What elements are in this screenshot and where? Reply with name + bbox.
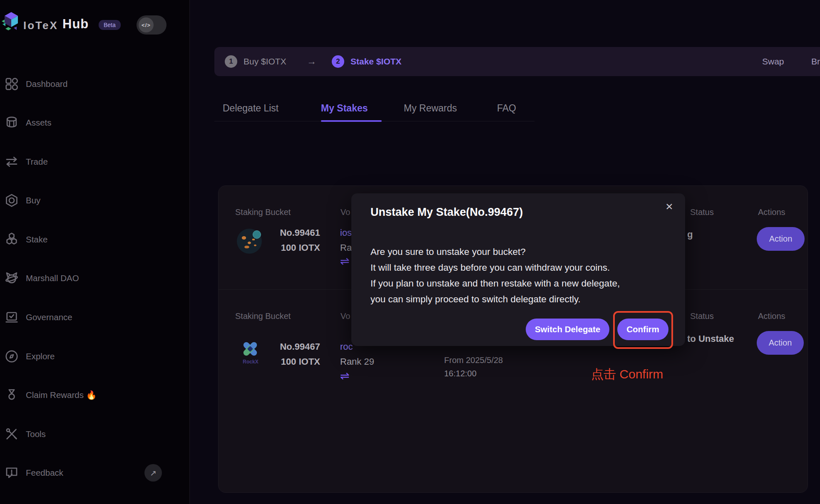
bucket-number: No.99461 [268, 227, 320, 238]
column-header-staking-bucket: Staking Bucket [235, 311, 291, 321]
modal-body-text: Are you sure to unstake your bucket? It … [370, 244, 670, 307]
tutorial-highlight-box [613, 311, 673, 349]
external-link-icon: ↗ [150, 468, 157, 478]
hexagon-cluster-icon [4, 232, 19, 247]
rockx-logo-icon [241, 340, 259, 358]
sidebar-item-marshall-dao[interactable]: Marshall DAO [0, 267, 190, 289]
sidebar-item-label: Tools [26, 429, 46, 439]
step-1-badge: 1 [225, 55, 237, 68]
bucket-avatar-map [237, 229, 262, 254]
close-icon[interactable]: ✕ [663, 200, 676, 213]
status-value-fragment: to Unstake [687, 334, 734, 344]
column-header-actions: Actions [758, 208, 785, 217]
step-1-label[interactable]: Buy $IOTX [244, 57, 286, 67]
tutorial-annotation-text: 点击 Confirm [591, 366, 663, 383]
swap-arrows-icon [4, 154, 19, 169]
bridge-link[interactable]: Br [811, 57, 820, 67]
app-screen: IoTeX Hub Beta </> Dashboard Assets [0, 0, 820, 504]
feedback-external-link-button[interactable]: ↗ [144, 464, 162, 482]
compass-icon [4, 349, 19, 364]
avatar-badge [253, 230, 261, 239]
sidebar-item-label: Marshall DAO [26, 273, 79, 283]
sidebar-item-stake[interactable]: Stake [0, 229, 190, 250]
medal-icon [4, 388, 19, 403]
sidebar-item-claim-rewards[interactable]: Claim Rewards 🔥 [0, 384, 190, 406]
step-2-badge: 2 [332, 55, 344, 68]
code-icon: </> [139, 17, 154, 32]
modal-body-line: It will take three days before you can w… [370, 260, 670, 276]
sidebar-item-label: Dashboard [26, 79, 67, 89]
grid-icon [4, 77, 19, 91]
sidebar-item-governance[interactable]: Governance [0, 306, 190, 328]
onboarding-step-banner: 1 Buy $IOTX → 2 Stake $IOTX Swap Br [214, 47, 820, 76]
action-button[interactable]: Action [757, 331, 804, 355]
column-header-status: Status [690, 311, 714, 321]
sidebar-item-label: Stake [26, 235, 47, 245]
tab-delegate-list[interactable]: Delegate List [223, 103, 278, 114]
hexagon-coin-icon [4, 193, 19, 208]
sidebar-item-trade[interactable]: Trade [0, 151, 190, 173]
cube-icon [4, 115, 19, 130]
sidebar-item-label: Trade [26, 157, 48, 167]
sidebar-item-label: Assets [26, 118, 52, 128]
column-header-actions: Actions [758, 311, 785, 321]
developer-mode-toggle[interactable]: </> [137, 15, 166, 35]
brand-name-suffix: Hub [62, 17, 89, 32]
column-header-staking-bucket: Staking Bucket [235, 208, 291, 217]
status-value-fragment: g [687, 229, 693, 240]
stake-tabs: Delegate List My Stakes My Rewards FAQ [214, 99, 534, 121]
sidebar-item-assets[interactable]: Assets [0, 112, 190, 133]
bucket-amount: 100 IOTX [268, 242, 320, 253]
sidebar: IoTeX Hub Beta </> Dashboard Assets [0, 0, 190, 504]
modal-body-line: If you plan to unstake and then restake … [370, 276, 670, 292]
active-tab-underline [321, 120, 382, 122]
ballot-check-icon [4, 310, 19, 325]
stake-from-time: 16:12:00 [444, 369, 477, 378]
modal-title: Unstake My Stake(No.99467) [370, 206, 523, 219]
action-button[interactable]: Action [757, 227, 805, 251]
bucket-number: No.99467 [268, 341, 320, 352]
iotex-logo-icon [2, 10, 21, 33]
column-header-status: Status [690, 208, 714, 217]
delegate-rank-fragment: Ra [340, 242, 352, 253]
modal-body-line: you can simply proceed to switch delegat… [370, 292, 670, 307]
delegate-rank: Rank 29 [340, 356, 374, 367]
sidebar-item-buy[interactable]: Buy [0, 190, 190, 211]
column-header-voted-to-fragment: Vo [340, 208, 350, 217]
sidebar-item-label: Buy [26, 195, 40, 205]
tab-faq[interactable]: FAQ [497, 103, 516, 114]
sidebar-item-dashboard[interactable]: Dashboard [0, 73, 190, 95]
delegate-name-fragment[interactable]: ios [340, 227, 352, 238]
beta-badge: Beta [99, 20, 121, 30]
brand-name-prefix: IoTeX [23, 19, 58, 32]
column-header-voted-to-fragment: Vo [340, 311, 350, 321]
tab-my-stakes[interactable]: My Stakes [321, 103, 368, 114]
swap-link[interactable]: Swap [762, 57, 784, 67]
sidebar-item-tools[interactable]: Tools [0, 423, 190, 445]
switch-delegate-icon[interactable]: ⇌ [340, 256, 350, 267]
switch-delegate-button[interactable]: Switch Delegate [526, 319, 609, 340]
modal-body-line: Are you sure to unstake your bucket? [370, 244, 670, 260]
sidebar-item-explore[interactable]: Explore [0, 346, 190, 367]
sidebar-item-label: Governance [26, 312, 72, 322]
feedback-bubble-icon [4, 465, 19, 480]
sidebar-item-label: Claim Rewards 🔥 [26, 390, 97, 400]
sidebar-item-label: Feedback [26, 468, 63, 478]
delegate-name-fragment[interactable]: roc [340, 341, 353, 352]
switch-delegate-icon[interactable]: ⇌ [340, 371, 350, 382]
planet-cat-icon [4, 271, 19, 286]
tools-icon [4, 427, 19, 442]
arrow-right-icon: → [307, 56, 316, 67]
tab-my-rewards[interactable]: My Rewards [404, 103, 457, 114]
bucket-amount: 100 IOTX [268, 356, 320, 367]
rockx-logo-caption: RockX [239, 359, 262, 365]
stake-from-date: From 2025/5/28 [444, 356, 503, 365]
step-2-label[interactable]: Stake $IOTX [350, 57, 402, 67]
sidebar-item-label: Explore [26, 351, 55, 361]
